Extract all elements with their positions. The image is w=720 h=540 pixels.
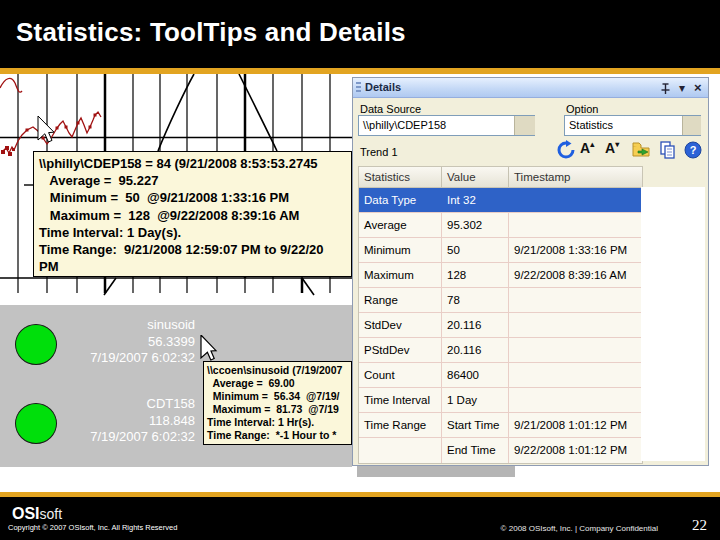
font-increase-icon[interactable]: A▴ [580, 140, 602, 160]
tooltip-line: \\philly\CDEP158 = 84 (9/21/2008 8:53:53… [39, 155, 351, 172]
value-symbol-circle [15, 403, 57, 444]
cell-stat: PStdDev [359, 338, 442, 362]
cell-value: Int 32 [442, 188, 509, 212]
export-icon[interactable] [631, 140, 653, 160]
table-row[interactable]: Average 95.302 [359, 213, 642, 238]
cell-stat [359, 438, 442, 463]
triangle-down-icon: ▾ [615, 140, 619, 149]
option-value: Statistics [569, 119, 613, 131]
table-row[interactable]: Range 78 [359, 288, 642, 313]
osisoft-logo: OSIsoft [12, 505, 62, 523]
refresh-icon[interactable] [555, 140, 577, 160]
cell-timestamp: 9/21/2008 1:33:16 PM [509, 238, 642, 262]
cell-stat: Time Interval [359, 388, 442, 412]
cell-stat: Data Type [359, 188, 442, 212]
table-row[interactable]: Count 86400 [359, 363, 642, 388]
tooltip-line: Time Range: *-1 Hour to * [207, 429, 351, 442]
table-row[interactable]: StdDev 20.116 [359, 313, 642, 338]
tooltip-line: \\ccoen\sinusoid (7/19/2007 [207, 364, 351, 377]
data-source-value: \\philly\CDEP158 [363, 119, 446, 131]
value-label-block: sinusoid 56.3399 7/19/2007 6:02:32 [60, 317, 195, 367]
page-number: 22 [692, 517, 707, 534]
column-header-timestamp[interactable]: Timestamp [509, 167, 642, 187]
table-row[interactable]: Minimum 50 9/21/2008 1:33:16 PM [359, 238, 642, 263]
font-letter: A [605, 140, 615, 156]
cell-stat: Average [359, 213, 442, 237]
trend-label: Trend 1 [360, 146, 398, 158]
tooltip-line: Time Interval: 1 Hr(s). [207, 416, 351, 429]
cell-value: 128 [442, 263, 509, 287]
data-source-input[interactable]: \\philly\CDEP158 [358, 115, 535, 136]
table-row[interactable]: PStdDev 20.116 [359, 338, 642, 363]
cell-timestamp [509, 213, 642, 237]
help-glyph: ? [690, 144, 697, 156]
cell-timestamp: 9/21/2008 1:01:12 PM [509, 413, 642, 437]
table-row[interactable]: End Time 9/22/2008 1:01:12 PM [359, 438, 642, 463]
tooltip-line: Time Range: 9/21/2008 12:59:07 PM to 9/2… [39, 241, 351, 258]
cell-timestamp [509, 338, 642, 362]
slide-footer [0, 497, 720, 540]
cell-value: End Time [442, 438, 509, 463]
table-row[interactable]: Data Type Int 32 [359, 188, 642, 213]
slide: Statistics: ToolTips and Details [0, 0, 720, 540]
data-source-label: Data Source [360, 103, 421, 115]
copy-icon[interactable] [657, 140, 679, 160]
table-row[interactable]: Maximum 128 9/22/2008 8:39:16 AM [359, 263, 642, 288]
cell-value: 20.116 [442, 313, 509, 337]
close-icon[interactable]: × [694, 79, 702, 97]
cell-timestamp [509, 363, 642, 387]
cell-value: 20.116 [442, 338, 509, 362]
option-label: Option [566, 103, 598, 115]
tooltip-line: Average = 69.00 [207, 377, 351, 390]
tag-timestamp: 7/19/2007 6:02:32 [60, 350, 195, 367]
chevron-down-icon[interactable]: ▾ [679, 79, 685, 97]
cell-value: 95.302 [442, 213, 509, 237]
table-header: Statistics Value Timestamp [359, 167, 642, 188]
tag-name: sinusoid [60, 317, 195, 334]
cell-stat: Time Range [359, 413, 442, 437]
tooltip-line: Maximum = 128 @9/22/2008 8:39:16 AM [39, 207, 351, 224]
tag-timestamp: 7/19/2007 6:02:32 [60, 429, 195, 446]
panel-bottom-strip [357, 466, 515, 477]
cell-value: 78 [442, 288, 509, 312]
copyright-text: Copyright © 2007 OSIsoft, Inc. All Right… [8, 523, 177, 532]
cell-stat: Minimum [359, 238, 442, 262]
logo-light-text: soft [40, 506, 63, 522]
pin-icon[interactable] [659, 81, 672, 95]
column-header-statistics[interactable]: Statistics [359, 167, 442, 187]
confidential-text: © 2008 OSIsoft, Inc. | Company Confident… [480, 524, 658, 533]
grip-icon [356, 82, 361, 94]
value-symbol-circle [15, 324, 57, 365]
cell-stat: Count [359, 363, 442, 387]
statistics-table: Statistics Value Timestamp Data Type Int… [358, 166, 643, 464]
details-panel-titlebar[interactable]: Details ▾ × [353, 78, 708, 98]
value-statistics-tooltip: \\ccoen\sinusoid (7/19/2007 Average = 69… [203, 361, 352, 445]
cell-timestamp: 9/22/2008 1:01:12 PM [509, 438, 642, 463]
logo-bold-text: OSI [12, 505, 40, 522]
input-cap [682, 116, 701, 135]
font-decrease-icon[interactable]: A▾ [605, 140, 627, 160]
tooltip-line: Minimum = 50 @9/21/2008 1:33:16 PM [39, 189, 351, 206]
option-select[interactable]: Statistics [564, 115, 701, 136]
table-row[interactable]: Time Interval 1 Day [359, 388, 642, 413]
trend-statistics-tooltip: \\philly\CDEP158 = 84 (9/21/2008 8:53:53… [33, 151, 352, 277]
cell-value: Start Time [442, 413, 509, 437]
tooltip-line: Time Interval: 1 Day(s). [39, 224, 351, 241]
tag-value: 118.848 [60, 413, 195, 430]
arrow-cursor-icon [200, 335, 218, 362]
tooltip-line: Average = 95.227 [39, 172, 351, 189]
table-row[interactable]: Time Range Start Time 9/21/2008 1:01:12 … [359, 413, 642, 438]
tooltip-line: Maximum = 81.73 @7/19 [207, 403, 351, 416]
details-panel: Details ▾ × Data Source Option \\philly\… [352, 77, 709, 466]
cell-timestamp [509, 188, 642, 212]
help-icon[interactable]: ? [684, 140, 702, 160]
cell-stat: Maximum [359, 263, 442, 287]
cell-value: 50 [442, 238, 509, 262]
cell-value: 1 Day [442, 388, 509, 412]
cell-timestamp [509, 388, 642, 412]
font-letter: A [580, 140, 590, 156]
cell-value: 86400 [442, 363, 509, 387]
column-header-value[interactable]: Value [442, 167, 509, 187]
tooltip-line: Minimum = 56.34 @7/19/ [207, 390, 351, 403]
table-empty-area [641, 187, 705, 461]
